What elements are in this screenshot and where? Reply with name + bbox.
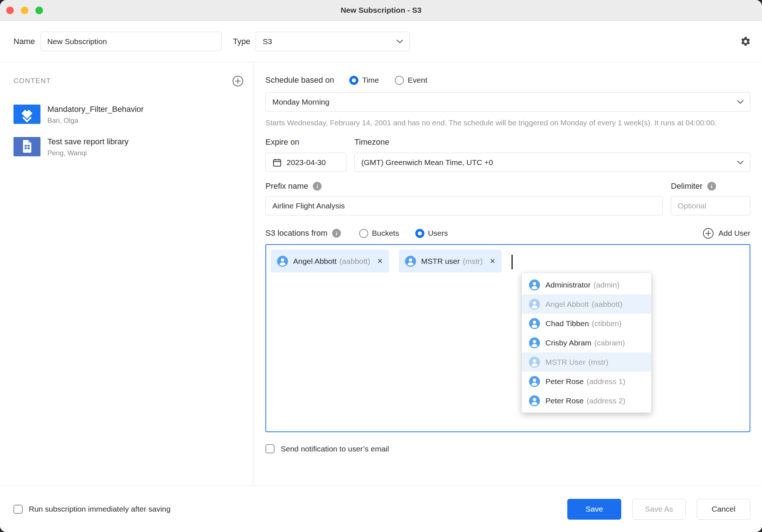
run-immediately-label[interactable]: Run subscription immediately after savin… (29, 505, 171, 513)
run-immediately-checkbox[interactable] (13, 505, 23, 514)
subscription-settings-panel: Schedule based on Time Event Monday Morn… (253, 62, 762, 486)
expire-date-value: 2023-04-30 (287, 158, 326, 167)
chevron-down-icon (397, 40, 403, 43)
user-option[interactable]: Angel Abbott (aabbott) (522, 294, 651, 314)
schedule-select[interactable]: Monday Morning (265, 92, 750, 112)
recipient-chip: MSTR user (mstr) ✕ (399, 250, 502, 273)
recipient-chip-username: (mstr) (463, 257, 483, 266)
user-avatar-icon (277, 256, 288, 267)
recipient-chip-username: (aabbott) (339, 257, 370, 266)
time-radio[interactable] (349, 76, 358, 85)
recipients-input-area[interactable]: Angel Abbott (aabbott) ✕ MSTR user (mstr… (265, 244, 750, 432)
user-avatar-icon (529, 279, 540, 290)
main-area: CONTENT Mandatory_Filter_Behavior Bari, … (0, 62, 762, 486)
close-window-button[interactable] (6, 7, 14, 14)
close-icon[interactable]: ✕ (377, 257, 383, 265)
send-notification-label[interactable]: Send notification to user’s email (281, 445, 389, 453)
buckets-radio-label[interactable]: Buckets (372, 229, 399, 238)
user-option-username: (ctibben) (592, 319, 622, 328)
user-option-name: Chad Tibben (545, 319, 589, 328)
user-option[interactable]: Peter Rose (address 2) (522, 391, 651, 410)
users-radio[interactable] (415, 229, 424, 238)
user-avatar-icon (529, 395, 540, 406)
text-cursor (512, 255, 513, 269)
timezone-select[interactable]: (GMT) Greenwich Mean Time, UTC +0 (354, 153, 750, 172)
prefix-name-input[interactable] (265, 196, 663, 215)
content-item-title: Test save report library (47, 137, 129, 146)
user-option[interactable]: Chad Tibben (ctibben) (522, 314, 651, 333)
expire-on-label: Expire on (265, 137, 346, 147)
delimiter-input[interactable] (671, 196, 750, 215)
user-option[interactable]: Peter Rose (address 1) (522, 372, 651, 391)
content-item-owner: Peng, Wanqi (47, 149, 129, 157)
content-item[interactable]: Mandatory_Filter_Behavior Bari, Olga (13, 105, 244, 125)
user-option-name: Administrator (545, 281, 591, 289)
type-select[interactable]: S3 (256, 32, 410, 51)
user-avatar-icon (529, 376, 540, 387)
window-title: New Subscription - S3 (0, 0, 762, 20)
send-notification-checkbox[interactable] (265, 444, 275, 453)
user-option-username: (mstr) (588, 358, 609, 367)
content-panel-title: CONTENT (13, 77, 51, 85)
user-option-name: Crisby Abram (545, 339, 591, 347)
add-content-button[interactable] (232, 75, 244, 87)
info-icon[interactable]: i (313, 182, 322, 191)
content-item[interactable]: Test save report library Peng, Wanqi (13, 137, 244, 157)
schedule-based-on-label: Schedule based on (265, 75, 334, 85)
user-option-name: Peter Rose (545, 377, 584, 386)
schedule-description: Starts Wednesday, February 14, 2001 and … (265, 117, 750, 129)
chevron-down-icon (737, 100, 743, 104)
recipient-chip: Angel Abbott (aabbott) ✕ (271, 250, 389, 273)
user-option[interactable]: Administrator (admin) (522, 275, 651, 294)
add-user-button[interactable]: Add User (703, 228, 750, 239)
close-icon[interactable]: ✕ (490, 257, 495, 265)
user-option-name: Angel Abbott (545, 300, 589, 309)
user-option-username: (admin) (594, 281, 619, 289)
user-avatar-icon (529, 318, 540, 329)
minimize-window-button[interactable] (21, 7, 28, 14)
user-avatar-icon (405, 256, 416, 267)
timezone-select-value: (GMT) Greenwich Mean Time, UTC +0 (361, 158, 493, 167)
user-option[interactable]: MSTR User (mstr) (522, 352, 651, 372)
type-label: Type (233, 37, 250, 46)
recipient-chip-name: MSTR user (421, 257, 460, 266)
s3-locations-from-label: S3 locations from (265, 228, 327, 238)
calendar-icon (272, 158, 282, 167)
event-radio-label[interactable]: Event (408, 76, 427, 85)
user-avatar-icon (529, 357, 540, 368)
footer-bar: Run subscription immediately after savin… (0, 486, 762, 532)
time-radio-label[interactable]: Time (362, 76, 379, 85)
titlebar: New Subscription - S3 (0, 0, 762, 21)
users-radio-label[interactable]: Users (428, 229, 448, 238)
buckets-radio[interactable] (359, 229, 368, 238)
info-icon[interactable]: i (707, 182, 716, 191)
name-label: Name (13, 37, 35, 46)
content-panel: CONTENT Mandatory_Filter_Behavior Bari, … (0, 62, 253, 486)
add-user-label: Add User (718, 229, 750, 238)
user-option-username: (cabram) (594, 339, 625, 347)
save-button[interactable]: Save (567, 499, 621, 520)
expire-date-field[interactable]: 2023-04-30 (265, 153, 346, 172)
save-as-button[interactable]: Save As (632, 499, 686, 520)
event-radio[interactable] (395, 76, 404, 85)
schedule-select-value: Monday Morning (272, 98, 329, 106)
info-icon[interactable]: i (332, 229, 341, 238)
user-avatar-icon (529, 299, 540, 310)
traffic-lights (6, 7, 43, 14)
user-avatar-icon (529, 337, 540, 348)
gear-icon[interactable] (740, 36, 751, 47)
type-select-value: S3 (263, 37, 272, 46)
user-option-name: Peter Rose (545, 396, 584, 405)
report-document-icon (13, 137, 40, 156)
content-item-owner: Bari, Olga (47, 117, 144, 125)
name-input[interactable] (40, 32, 222, 51)
delimiter-label: Delimiter (671, 181, 703, 191)
zoom-window-button[interactable] (35, 7, 43, 14)
user-option[interactable]: Crisby Abram (cabram) (522, 333, 651, 352)
user-option-username: (address 1) (587, 377, 625, 386)
user-option-username: (address 2) (587, 396, 625, 405)
cancel-button[interactable]: Cancel (697, 499, 750, 520)
prefix-name-label: Prefix name (265, 181, 308, 191)
header-row: Name Type S3 (0, 21, 762, 62)
new-subscription-dialog: New Subscription - S3 Name Type S3 CONTE… (0, 0, 762, 532)
